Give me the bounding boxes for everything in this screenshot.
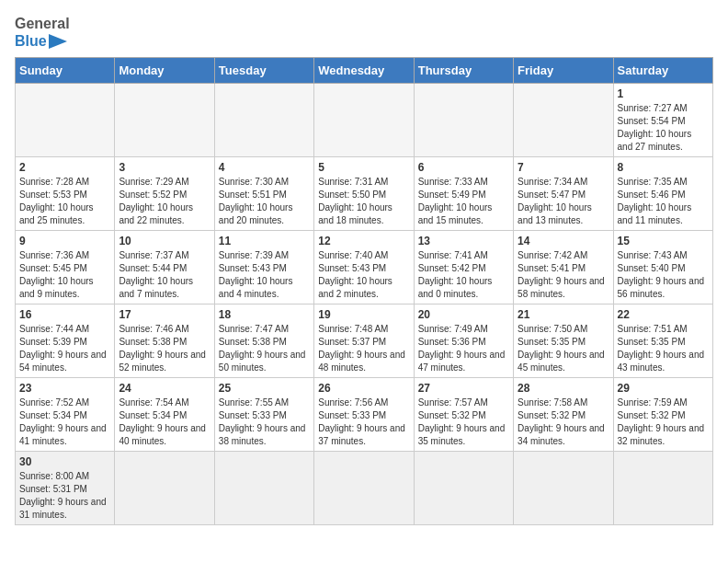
day-info: Sunrise: 7:27 AM Sunset: 5:54 PM Dayligh…: [618, 102, 709, 154]
day-info: Sunrise: 7:54 AM Sunset: 5:34 PM Dayligh…: [119, 396, 210, 448]
day-info: Sunrise: 7:40 AM Sunset: 5:43 PM Dayligh…: [318, 249, 409, 301]
calendar-day: [514, 84, 613, 157]
calendar-day: 28Sunrise: 7:58 AM Sunset: 5:32 PM Dayli…: [514, 378, 613, 452]
weekday-header: Saturday: [613, 58, 712, 84]
weekday-header: Sunday: [16, 58, 115, 84]
day-number: 27: [418, 382, 509, 395]
calendar-day: [414, 452, 513, 525]
header: General Blue: [15, 15, 713, 50]
calendar-day: 10Sunrise: 7:37 AM Sunset: 5:44 PM Dayli…: [115, 231, 214, 304]
day-number: 14: [518, 235, 609, 247]
calendar-day: 3Sunrise: 7:29 AM Sunset: 5:52 PM Daylig…: [115, 157, 214, 231]
day-number: 7: [518, 161, 609, 174]
calendar-day: 15Sunrise: 7:43 AM Sunset: 5:40 PM Dayli…: [613, 231, 712, 304]
day-info: Sunrise: 7:52 AM Sunset: 5:34 PM Dayligh…: [19, 396, 110, 448]
day-number: 18: [219, 308, 310, 321]
calendar-day: 22Sunrise: 7:51 AM Sunset: 5:35 PM Dayli…: [613, 304, 712, 378]
weekday-header: Friday: [514, 58, 613, 84]
calendar-day: 30Sunrise: 8:00 AM Sunset: 5:31 PM Dayli…: [16, 452, 115, 525]
day-number: 10: [119, 235, 210, 247]
day-number: 15: [618, 235, 709, 247]
calendar-day: 7Sunrise: 7:34 AM Sunset: 5:47 PM Daylig…: [514, 157, 613, 231]
day-info: Sunrise: 7:43 AM Sunset: 5:40 PM Dayligh…: [618, 249, 709, 301]
calendar-week: 30Sunrise: 8:00 AM Sunset: 5:31 PM Dayli…: [16, 452, 713, 525]
calendar-day: [214, 84, 313, 157]
calendar-day: [16, 84, 115, 157]
day-info: Sunrise: 7:44 AM Sunset: 5:39 PM Dayligh…: [19, 323, 110, 374]
day-number: 6: [418, 161, 509, 174]
weekday-header: Tuesday: [214, 58, 313, 84]
weekday-header: Monday: [115, 58, 214, 84]
day-number: 24: [119, 382, 210, 395]
day-number: 28: [518, 382, 609, 395]
calendar-day: [115, 452, 214, 525]
day-info: Sunrise: 7:47 AM Sunset: 5:38 PM Dayligh…: [219, 323, 310, 374]
calendar-day: 4Sunrise: 7:30 AM Sunset: 5:51 PM Daylig…: [214, 157, 313, 231]
day-number: 3: [119, 161, 210, 174]
calendar-day: 16Sunrise: 7:44 AM Sunset: 5:39 PM Dayli…: [16, 304, 115, 378]
day-number: 19: [318, 308, 409, 321]
calendar-day: 13Sunrise: 7:41 AM Sunset: 5:42 PM Dayli…: [414, 231, 513, 304]
logo-general: General: [15, 15, 70, 32]
day-info: Sunrise: 7:55 AM Sunset: 5:33 PM Dayligh…: [219, 396, 310, 448]
day-info: Sunrise: 7:46 AM Sunset: 5:38 PM Dayligh…: [119, 323, 210, 374]
day-info: Sunrise: 7:59 AM Sunset: 5:32 PM Dayligh…: [618, 396, 709, 448]
calendar-header: SundayMondayTuesdayWednesdayThursdayFrid…: [16, 58, 713, 84]
day-number: 12: [318, 235, 409, 247]
day-info: Sunrise: 7:30 AM Sunset: 5:51 PM Dayligh…: [219, 176, 310, 227]
day-number: 29: [618, 382, 709, 395]
calendar-day: 6Sunrise: 7:33 AM Sunset: 5:49 PM Daylig…: [414, 157, 513, 231]
calendar-day: 12Sunrise: 7:40 AM Sunset: 5:43 PM Dayli…: [314, 231, 414, 304]
day-number: 9: [19, 235, 110, 247]
day-number: 20: [418, 308, 509, 321]
logo-triangle-icon: [49, 34, 67, 49]
calendar-day: 5Sunrise: 7:31 AM Sunset: 5:50 PM Daylig…: [314, 157, 414, 231]
day-info: Sunrise: 7:28 AM Sunset: 5:53 PM Dayligh…: [19, 176, 110, 227]
calendar-day: 2Sunrise: 7:28 AM Sunset: 5:53 PM Daylig…: [16, 157, 115, 231]
day-number: 4: [219, 161, 310, 174]
calendar-week: 9Sunrise: 7:36 AM Sunset: 5:45 PM Daylig…: [16, 231, 713, 304]
calendar-day: [613, 452, 712, 525]
weekday-header: Wednesday: [314, 58, 414, 84]
day-number: 11: [219, 235, 310, 247]
day-info: Sunrise: 8:00 AM Sunset: 5:31 PM Dayligh…: [19, 470, 110, 522]
calendar-day: 20Sunrise: 7:49 AM Sunset: 5:36 PM Dayli…: [414, 304, 513, 378]
calendar-day: 23Sunrise: 7:52 AM Sunset: 5:34 PM Dayli…: [16, 378, 115, 452]
logo: General Blue: [15, 15, 70, 50]
day-number: 17: [119, 308, 210, 321]
calendar-day: 8Sunrise: 7:35 AM Sunset: 5:46 PM Daylig…: [613, 157, 712, 231]
calendar-day: 9Sunrise: 7:36 AM Sunset: 5:45 PM Daylig…: [16, 231, 115, 304]
day-info: Sunrise: 7:33 AM Sunset: 5:49 PM Dayligh…: [418, 176, 509, 227]
day-number: 8: [618, 161, 709, 174]
calendar-day: [514, 452, 613, 525]
day-number: 22: [618, 308, 709, 321]
calendar-day: [314, 84, 414, 157]
day-info: Sunrise: 7:49 AM Sunset: 5:36 PM Dayligh…: [418, 323, 509, 374]
calendar-table: SundayMondayTuesdayWednesdayThursdayFrid…: [15, 57, 713, 525]
logo-blue: Blue: [15, 32, 47, 50]
calendar-day: 27Sunrise: 7:57 AM Sunset: 5:32 PM Dayli…: [414, 378, 513, 452]
day-info: Sunrise: 7:39 AM Sunset: 5:43 PM Dayligh…: [219, 249, 310, 301]
calendar-day: 26Sunrise: 7:56 AM Sunset: 5:33 PM Dayli…: [314, 378, 414, 452]
day-info: Sunrise: 7:51 AM Sunset: 5:35 PM Dayligh…: [618, 323, 709, 374]
calendar-week: 1Sunrise: 7:27 AM Sunset: 5:54 PM Daylig…: [16, 84, 713, 157]
day-info: Sunrise: 7:37 AM Sunset: 5:44 PM Dayligh…: [119, 249, 210, 301]
calendar-day: 18Sunrise: 7:47 AM Sunset: 5:38 PM Dayli…: [214, 304, 313, 378]
day-number: 21: [518, 308, 609, 321]
calendar-day: 25Sunrise: 7:55 AM Sunset: 5:33 PM Dayli…: [214, 378, 313, 452]
calendar-day: [414, 84, 513, 157]
calendar-week: 16Sunrise: 7:44 AM Sunset: 5:39 PM Dayli…: [16, 304, 713, 378]
calendar-day: 14Sunrise: 7:42 AM Sunset: 5:41 PM Dayli…: [514, 231, 613, 304]
calendar-day: [214, 452, 313, 525]
day-info: Sunrise: 7:57 AM Sunset: 5:32 PM Dayligh…: [418, 396, 509, 448]
day-number: 26: [318, 382, 409, 395]
day-info: Sunrise: 7:35 AM Sunset: 5:46 PM Dayligh…: [618, 176, 709, 227]
day-number: 16: [19, 308, 110, 321]
calendar-day: [115, 84, 214, 157]
weekday-header: Thursday: [414, 58, 513, 84]
day-number: 1: [618, 87, 709, 100]
day-info: Sunrise: 7:42 AM Sunset: 5:41 PM Dayligh…: [518, 249, 609, 301]
svg-marker-0: [49, 34, 67, 49]
day-info: Sunrise: 7:48 AM Sunset: 5:37 PM Dayligh…: [318, 323, 409, 374]
calendar-body: 1Sunrise: 7:27 AM Sunset: 5:54 PM Daylig…: [16, 84, 713, 525]
